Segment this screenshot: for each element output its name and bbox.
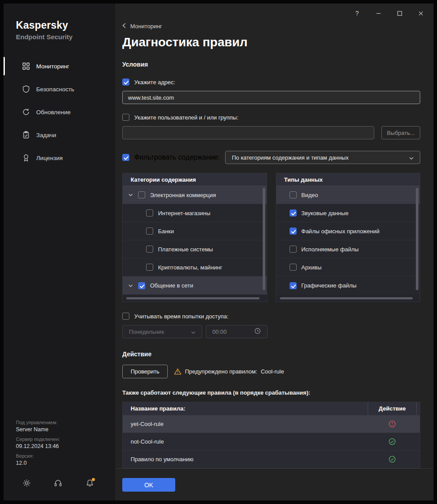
rule-name: Правило по умолчанию: [123, 456, 368, 463]
chevron-down-icon[interactable]: [128, 284, 134, 287]
time-input[interactable]: 00:00: [206, 325, 267, 338]
category-row[interactable]: Платежные системы: [123, 240, 267, 258]
category-row[interactable]: Общение в сети: [123, 276, 267, 295]
version-value: 12.0: [16, 460, 115, 466]
refresh-icon: [22, 108, 30, 116]
sidebar-item-tasks[interactable]: Задачи: [4, 123, 115, 146]
datatype-label: Файлы офисных приложений: [301, 228, 380, 235]
filter-select[interactable]: По категориям содержания и типам данных: [225, 151, 420, 164]
back-chevron-icon: [122, 22, 126, 30]
sidebar-item-label: Обновление: [36, 109, 71, 116]
category-checkbox[interactable]: [146, 209, 153, 217]
ok-button[interactable]: OK: [122, 478, 175, 492]
chevron-down-icon: [191, 329, 196, 335]
sidebar-item-monitoring[interactable]: Мониторинг: [4, 55, 115, 78]
vertical-scrollbar[interactable]: [263, 188, 265, 290]
choose-users-button[interactable]: Выбрать...: [381, 126, 420, 139]
check-button[interactable]: Проверить: [122, 365, 168, 378]
notifications-button[interactable]: [84, 478, 95, 489]
category-checkbox[interactable]: [146, 228, 153, 235]
gear-icon: [23, 479, 31, 489]
datatype-label: Архивы: [301, 264, 322, 271]
datatype-row[interactable]: Файлы офисных приложений: [276, 222, 420, 240]
vertical-scrollbar[interactable]: [416, 188, 418, 290]
category-row[interactable]: Электронная коммерция: [123, 186, 267, 204]
datatype-row[interactable]: Звуковые данные: [276, 204, 420, 222]
rules-table-header: Название правила: Действие: [123, 402, 420, 415]
day-select-value: Понедельник: [129, 329, 164, 335]
filter-panels: Категории содержания Электронная коммерц…: [122, 173, 420, 302]
management-info: Под управлением: Server Name Сервер подк…: [4, 416, 115, 472]
category-checkbox[interactable]: [146, 264, 153, 271]
sidebar-item-label: Задачи: [36, 132, 56, 138]
users-checkbox[interactable]: [122, 114, 129, 121]
settings-button[interactable]: [21, 478, 32, 489]
breadcrumb[interactable]: Мониторинг: [122, 22, 420, 30]
category-checkbox[interactable]: [138, 282, 145, 289]
maximize-button[interactable]: [393, 8, 406, 19]
sidebar-nav: Мониторинг Безопасность Обновление Задач…: [4, 55, 115, 169]
main-content: ? Мониторинг Диагностика правил Условия …: [115, 4, 433, 500]
datatype-checkbox[interactable]: [290, 246, 297, 253]
minimize-button[interactable]: [372, 8, 385, 19]
rule-action-header: Действие: [368, 402, 416, 415]
notification-badge: [92, 478, 95, 481]
users-input[interactable]: [122, 126, 374, 139]
category-checkbox[interactable]: [146, 246, 153, 253]
table-row[interactable]: Правило по умолчанию: [123, 450, 420, 468]
datatype-label: Исполняемые файлы: [301, 246, 359, 253]
users-checkbox-row: Укажите пользователей и / или группы:: [122, 114, 420, 121]
managed-label: Под управлением:: [16, 420, 115, 425]
day-select[interactable]: Понедельник: [122, 325, 202, 338]
filter-select-value: По категориям содержания и типам данных: [232, 154, 349, 161]
address-input[interactable]: [122, 91, 420, 104]
datatype-row[interactable]: Графические файлы: [276, 276, 420, 295]
horizontal-scrollbar[interactable]: [280, 297, 413, 299]
category-label: Интернет-магазины: [158, 210, 211, 217]
category-label: Общение в сети: [150, 282, 193, 289]
table-row[interactable]: not-Cool-rule: [123, 433, 420, 450]
rule-name: yet-Cool-rule: [123, 421, 368, 427]
connected-label: Сервер подключен:: [16, 437, 115, 442]
sidebar-item-label: Лицензия: [36, 155, 63, 161]
address-checkbox-row: Укажите адрес:: [122, 78, 420, 86]
connected-value: 09.12.2024 13:46: [16, 443, 115, 449]
license-icon: [22, 154, 30, 162]
sidebar-item-license[interactable]: Лицензия: [4, 146, 115, 169]
category-label: Платежные системы: [158, 246, 213, 253]
action-row: Проверить Предупреждено правилом: Cool-r…: [122, 365, 420, 378]
support-button[interactable]: [53, 478, 64, 489]
datatype-row[interactable]: Видео: [276, 186, 420, 204]
address-checkbox[interactable]: [122, 78, 129, 86]
datatype-checkbox[interactable]: [290, 264, 297, 271]
sidebar-item-security[interactable]: Безопасность: [4, 78, 115, 101]
datatype-checkbox[interactable]: [290, 191, 297, 198]
category-row[interactable]: Криптовалюты, майнинг: [123, 258, 267, 276]
sidebar-item-update[interactable]: Обновление: [4, 101, 115, 123]
filter-checkbox[interactable]: [122, 154, 129, 161]
help-button[interactable]: ?: [350, 8, 364, 19]
rule-name-header: Название правила:: [123, 405, 368, 412]
datatype-checkbox[interactable]: [290, 228, 297, 235]
chevron-down-icon: [409, 154, 414, 161]
datatype-row[interactable]: Архивы: [276, 258, 420, 276]
table-gutter: [416, 402, 420, 415]
category-row[interactable]: Банки: [123, 222, 267, 240]
datatypes-panel: Типы данных Видео Звуковые данные Файлы …: [276, 173, 421, 302]
time-checkbox[interactable]: [122, 313, 129, 320]
table-gutter: [416, 433, 420, 450]
category-row[interactable]: Интернет-магазины: [123, 204, 267, 222]
breadcrumb-label: Мониторинг: [130, 23, 162, 30]
clock-icon: [254, 328, 261, 336]
warning-label: Предупреждено правилом:: [185, 368, 257, 375]
close-button[interactable]: [414, 8, 427, 19]
category-checkbox[interactable]: [138, 191, 145, 198]
chevron-down-icon[interactable]: [128, 194, 134, 196]
datatype-checkbox[interactable]: [290, 282, 297, 289]
datatype-checkbox[interactable]: [290, 209, 297, 217]
time-input-value: 00:00: [212, 329, 227, 335]
time-checkbox-row: Учитывать время попытки доступа:: [122, 313, 420, 320]
datatype-row[interactable]: Исполняемые файлы: [276, 240, 420, 258]
horizontal-scrollbar[interactable]: [126, 297, 260, 299]
table-row[interactable]: yet-Cool-rule: [123, 415, 420, 433]
